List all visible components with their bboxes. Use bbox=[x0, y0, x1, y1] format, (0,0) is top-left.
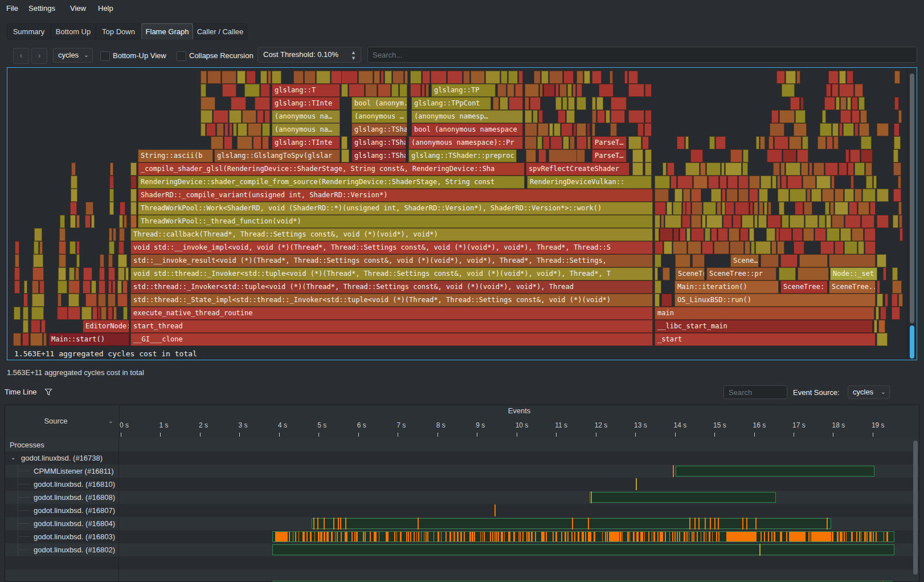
row-source-cell[interactable]: Processes bbox=[5, 438, 119, 451]
event-range[interactable] bbox=[590, 492, 776, 503]
flame-frame[interactable] bbox=[711, 228, 717, 241]
flame-frame[interactable] bbox=[832, 123, 839, 136]
flame-frame-bool-anonymous-namespac[interactable]: bool (anonymous namespace bbox=[411, 123, 523, 136]
flame-frame[interactable] bbox=[563, 136, 569, 149]
flame-frame[interactable] bbox=[108, 254, 113, 267]
flame-frame[interactable] bbox=[673, 241, 687, 254]
flame-frame[interactable] bbox=[855, 123, 858, 136]
flame-frame[interactable] bbox=[655, 202, 666, 215]
flame-frame[interactable] bbox=[559, 84, 567, 97]
flame-frame-unlabeled[interactable] bbox=[130, 162, 137, 176]
flame-frame[interactable] bbox=[233, 123, 237, 136]
flame-frame[interactable] bbox=[898, 202, 902, 215]
flame-frame[interactable] bbox=[721, 162, 725, 176]
collapse-recursion-checkbox[interactable] bbox=[177, 51, 186, 61]
flame-frame[interactable] bbox=[716, 136, 726, 149]
flame-frame[interactable] bbox=[83, 267, 92, 280]
flame-frame-scenetree-pr[interactable]: SceneTree::pr bbox=[706, 267, 776, 280]
flame-frame[interactable] bbox=[722, 189, 726, 202]
flamegraph-view[interactable]: Main::start()__GI___clone_startEditorNod… bbox=[7, 67, 917, 360]
timeline-row-godot-linuxbsd-16804-[interactable]: godot.linuxbsd. (#16804) bbox=[5, 517, 919, 530]
flame-frame[interactable] bbox=[120, 202, 125, 215]
flame-frame[interactable] bbox=[610, 123, 617, 136]
flame-frame[interactable] bbox=[201, 84, 206, 97]
flame-frame[interactable] bbox=[525, 84, 539, 97]
flame-frame[interactable] bbox=[742, 162, 748, 176]
flame-frame[interactable] bbox=[730, 241, 744, 254]
flame-frame[interactable] bbox=[691, 228, 704, 241]
flame-frame[interactable] bbox=[733, 215, 741, 228]
flame-frame[interactable] bbox=[852, 97, 858, 110]
flame-frame[interactable] bbox=[833, 136, 839, 149]
flame-frame[interactable] bbox=[665, 215, 681, 228]
flame-frame--anonymous-[interactable]: (anonymous … bbox=[351, 110, 407, 123]
flame-frame[interactable] bbox=[894, 71, 900, 84]
flame-frame[interactable] bbox=[794, 123, 807, 136]
flame-frame[interactable] bbox=[772, 176, 776, 189]
flame-frame[interactable] bbox=[39, 241, 43, 254]
flame-frame[interactable] bbox=[848, 162, 854, 176]
flame-frame-unlabeled[interactable] bbox=[655, 294, 660, 307]
flame-frame-unlabeled[interactable] bbox=[130, 202, 137, 215]
flame-frame[interactable] bbox=[756, 136, 759, 149]
flame-frame[interactable] bbox=[667, 162, 674, 176]
flame-frame[interactable] bbox=[59, 254, 66, 267]
flame-frame[interactable] bbox=[68, 307, 80, 320]
flame-frame[interactable] bbox=[99, 280, 105, 294]
flame-frame-unlabeled[interactable] bbox=[538, 149, 546, 162]
flame-frame[interactable] bbox=[749, 189, 758, 202]
flame-frame[interactable] bbox=[538, 110, 543, 123]
flame-frame[interactable] bbox=[525, 110, 532, 123]
flame-frame[interactable] bbox=[201, 110, 212, 123]
flame-frame[interactable] bbox=[830, 202, 834, 215]
flame-frame[interactable] bbox=[222, 71, 236, 84]
flame-frame[interactable] bbox=[255, 97, 270, 110]
flame-frame[interactable] bbox=[804, 202, 812, 215]
flame-frame[interactable] bbox=[562, 97, 567, 110]
flame-frame[interactable] bbox=[216, 123, 224, 136]
flame-frame[interactable] bbox=[644, 123, 652, 136]
flame-frame[interactable] bbox=[782, 215, 789, 228]
flame-frame--anonymous-na-[interactable]: (anonymous na… bbox=[272, 123, 340, 136]
flame-frame-glslang-tppcont[interactable]: glslang::TPpCont bbox=[411, 97, 491, 110]
flame-frame[interactable] bbox=[534, 71, 541, 84]
flame-frame[interactable] bbox=[568, 97, 575, 110]
flame-frame[interactable] bbox=[108, 294, 116, 307]
flame-frame-glslang-glslangtospv-gl[interactable]: glslang::GlslangToSpv(glslar bbox=[214, 149, 340, 162]
scrollbar-handle-active[interactable] bbox=[910, 325, 914, 359]
flame-frame[interactable] bbox=[792, 228, 803, 241]
flame-frame[interactable] bbox=[759, 202, 763, 215]
event-range[interactable] bbox=[272, 544, 894, 555]
flame-frame[interactable] bbox=[23, 307, 28, 320]
flame-frame-unlabeled[interactable] bbox=[130, 189, 137, 202]
flame-frame[interactable] bbox=[59, 228, 66, 241]
flame-frame[interactable] bbox=[592, 71, 602, 84]
flame-frame-unlabeled[interactable] bbox=[655, 254, 661, 267]
flame-frame[interactable] bbox=[738, 176, 749, 189]
flame-frame[interactable] bbox=[525, 97, 529, 110]
flame-frame-unlabeled[interactable] bbox=[877, 333, 888, 346]
flame-frame[interactable] bbox=[248, 123, 261, 136]
flame-frame[interactable] bbox=[570, 136, 575, 149]
flame-frame-unlabeled[interactable] bbox=[526, 149, 536, 162]
flame-frame[interactable] bbox=[85, 215, 91, 228]
flame-frame[interactable] bbox=[726, 189, 738, 202]
flame-frame[interactable] bbox=[229, 123, 232, 136]
flame-frame[interactable] bbox=[59, 241, 66, 254]
flame-frame[interactable] bbox=[692, 202, 702, 215]
flame-frame[interactable] bbox=[790, 215, 804, 228]
flame-frame[interactable] bbox=[76, 254, 80, 267]
tab-flame-graph[interactable]: Flame Graph bbox=[141, 23, 193, 39]
flame-frame[interactable] bbox=[660, 228, 673, 241]
flame-frame[interactable] bbox=[555, 84, 559, 97]
flame-frame-unlabeled[interactable] bbox=[655, 267, 658, 280]
flame-frame[interactable] bbox=[809, 162, 812, 176]
flame-frame[interactable] bbox=[845, 149, 849, 162]
flame-frame[interactable] bbox=[262, 136, 269, 149]
timeline-row-partial[interactable] bbox=[5, 556, 919, 569]
flame-frame[interactable] bbox=[683, 189, 690, 202]
flame-frame[interactable] bbox=[577, 84, 582, 97]
flame-frame[interactable] bbox=[70, 202, 77, 215]
flame-frame[interactable] bbox=[898, 294, 903, 307]
flame-frame[interactable] bbox=[735, 202, 749, 215]
